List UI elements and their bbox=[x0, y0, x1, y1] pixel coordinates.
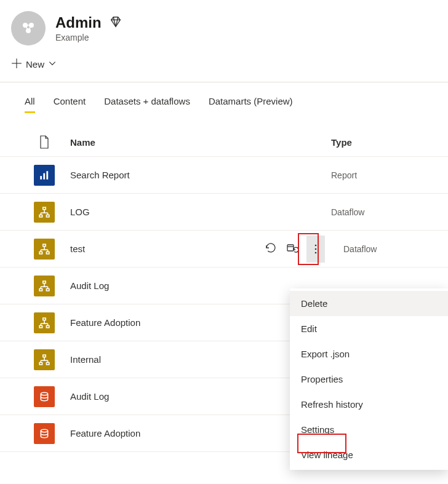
svg-rect-5 bbox=[40, 176, 42, 180]
svg-point-26 bbox=[315, 244, 317, 246]
svg-rect-7 bbox=[46, 171, 48, 180]
svg-rect-24 bbox=[287, 245, 294, 251]
item-name: LOG bbox=[59, 207, 331, 217]
tab-datasets-dataflows[interactable]: Datasets + dataflows bbox=[104, 96, 190, 113]
workspace-header: Admin Example bbox=[0, 0, 448, 52]
report-icon bbox=[34, 165, 55, 186]
chevron-down-icon bbox=[48, 59, 57, 69]
item-name: Search Report bbox=[59, 170, 331, 180]
refresh-icon[interactable] bbox=[265, 242, 277, 256]
svg-rect-46 bbox=[39, 362, 42, 364]
item-type: Dataflow bbox=[331, 207, 448, 217]
svg-rect-31 bbox=[46, 288, 49, 290]
table-row[interactable]: test Dataflow bbox=[0, 231, 448, 268]
new-button[interactable]: New bbox=[11, 58, 57, 71]
more-options-button[interactable] bbox=[306, 236, 325, 263]
plus-icon bbox=[11, 58, 22, 71]
dataflow-icon bbox=[34, 202, 55, 223]
menu-item-delete[interactable]: Delete bbox=[290, 291, 448, 316]
premium-diamond-icon bbox=[109, 15, 122, 31]
tab-datamarts[interactable]: Datamarts (Preview) bbox=[209, 96, 293, 113]
dataset-icon bbox=[34, 423, 55, 444]
svg-rect-10 bbox=[46, 215, 49, 216]
dataflow-icon bbox=[34, 349, 55, 370]
svg-rect-47 bbox=[46, 362, 49, 364]
dataflow-icon bbox=[34, 276, 55, 296]
svg-rect-16 bbox=[43, 244, 46, 246]
svg-rect-37 bbox=[43, 318, 46, 320]
svg-rect-17 bbox=[39, 252, 42, 253]
new-label: New bbox=[26, 59, 44, 69]
column-headers: Name Type bbox=[0, 128, 448, 157]
column-header-type[interactable]: Type bbox=[331, 137, 448, 148]
svg-rect-45 bbox=[43, 355, 46, 357]
svg-rect-38 bbox=[39, 325, 42, 327]
svg-point-27 bbox=[315, 248, 317, 250]
toolbar: New bbox=[0, 52, 448, 82]
menu-item-edit[interactable]: Edit bbox=[290, 316, 448, 341]
tab-bar: All Content Datasets + dataflows Datamar… bbox=[0, 82, 448, 113]
row-actions bbox=[265, 236, 331, 263]
avatar bbox=[11, 11, 46, 46]
menu-item-properties[interactable]: Properties bbox=[290, 367, 448, 392]
table-row[interactable]: LOG Dataflow bbox=[0, 194, 448, 231]
item-type: Dataflow bbox=[331, 244, 448, 254]
svg-rect-30 bbox=[39, 288, 42, 290]
item-type: Report bbox=[331, 170, 448, 180]
item-name: test bbox=[59, 244, 265, 254]
svg-rect-6 bbox=[43, 173, 45, 179]
menu-item-settings[interactable]: Settings bbox=[290, 417, 448, 442]
workspace-name: Admin bbox=[55, 14, 102, 31]
svg-rect-29 bbox=[43, 281, 46, 283]
context-menu: Delete Edit Export .json Properties Refr… bbox=[290, 288, 448, 470]
workspace-subtitle: Example bbox=[55, 33, 122, 42]
svg-point-54 bbox=[41, 429, 47, 432]
dataflow-icon bbox=[34, 312, 55, 333]
svg-rect-18 bbox=[46, 252, 49, 253]
dataflow-icon bbox=[34, 239, 55, 260]
tab-all[interactable]: All bbox=[25, 96, 35, 113]
menu-item-view-lineage[interactable]: View lineage bbox=[290, 442, 448, 467]
column-header-icon bbox=[30, 135, 59, 149]
table-row[interactable]: Search Report Report bbox=[0, 157, 448, 194]
schedule-refresh-icon[interactable] bbox=[286, 242, 298, 256]
column-header-name[interactable]: Name bbox=[59, 137, 331, 148]
svg-point-53 bbox=[41, 392, 47, 395]
tab-content[interactable]: Content bbox=[54, 96, 86, 113]
menu-item-refresh-history[interactable]: Refresh history bbox=[290, 392, 448, 417]
svg-rect-8 bbox=[43, 207, 46, 209]
menu-item-export-json[interactable]: Export .json bbox=[290, 341, 448, 367]
dataset-icon bbox=[34, 386, 55, 407]
svg-point-28 bbox=[315, 252, 317, 253]
svg-rect-9 bbox=[39, 215, 42, 216]
svg-rect-39 bbox=[46, 325, 49, 327]
